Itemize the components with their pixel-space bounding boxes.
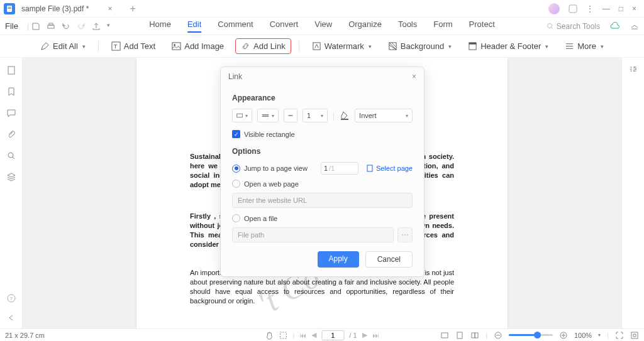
tab-convert[interactable]: Convert — [270, 19, 299, 33]
open-web-radio[interactable] — [232, 180, 240, 188]
svg-point-10 — [174, 44, 176, 46]
svg-rect-3 — [569, 5, 577, 13]
dialog-close-icon[interactable]: × — [412, 72, 416, 81]
next-page-icon[interactable]: ▶ — [362, 331, 367, 339]
jump-page-radio[interactable] — [232, 165, 240, 173]
read-mode-icon[interactable] — [470, 331, 479, 340]
cancel-button[interactable]: Cancel — [365, 251, 413, 268]
zoom-out-icon[interactable] — [494, 331, 502, 340]
layers-icon[interactable] — [6, 172, 16, 182]
svg-rect-28 — [472, 333, 475, 338]
tab-edit[interactable]: Edit — [187, 19, 201, 33]
add-text-button[interactable]: T Add Text — [106, 39, 160, 53]
share-icon[interactable] — [92, 22, 101, 31]
browse-file-button[interactable]: ⋯ — [397, 227, 413, 242]
search-tools[interactable]: Search Tools — [547, 22, 600, 31]
edit-all-button[interactable]: Edit All — [35, 39, 91, 53]
visible-rect-checkbox[interactable]: ✓ — [232, 130, 240, 138]
tab-comment[interactable]: Comment — [218, 19, 253, 33]
edit-all-label: Edit All — [53, 41, 78, 51]
new-tab-button[interactable]: + — [130, 3, 135, 14]
apply-button[interactable]: Apply — [318, 251, 359, 268]
select-page-link[interactable]: Select page — [366, 165, 413, 172]
properties-icon[interactable] — [628, 64, 638, 74]
collapse-left-icon[interactable] — [7, 313, 16, 322]
select-tool-icon[interactable] — [279, 331, 287, 340]
watermark-button[interactable]: Watermark — [307, 39, 377, 53]
svg-rect-2 — [8, 8, 11, 9]
add-link-label: Add Link — [253, 41, 286, 51]
svg-text:?: ? — [9, 296, 13, 301]
bookmarks-icon[interactable] — [6, 87, 16, 97]
close-window-button[interactable]: × — [632, 4, 636, 13]
presentation-icon[interactable] — [630, 331, 639, 340]
tab-title: sample File (3).pdf * — [21, 4, 89, 13]
svg-rect-25 — [280, 332, 286, 338]
file-path-input[interactable]: File path — [232, 227, 394, 242]
prev-page-icon[interactable]: ◀ — [311, 331, 316, 339]
line-pattern-dropdown[interactable] — [284, 109, 297, 122]
tab-close-icon[interactable]: × — [108, 4, 112, 13]
search-rail-icon[interactable] — [6, 151, 16, 161]
zoom-slider[interactable] — [509, 334, 553, 336]
document-tab[interactable]: sample File (3).pdf * × — [15, 0, 118, 17]
tab-view[interactable]: View — [314, 19, 332, 33]
tab-form[interactable]: Form — [433, 19, 452, 33]
background-button[interactable]: Background — [383, 39, 457, 53]
tab-protect[interactable]: Protect — [469, 19, 495, 33]
zoom-in-icon[interactable] — [559, 331, 568, 340]
fit-width-icon[interactable] — [440, 331, 449, 340]
tab-home[interactable]: Home — [149, 19, 171, 33]
last-page-icon[interactable]: ⏭ — [372, 332, 379, 339]
notification-icon[interactable] — [569, 4, 577, 13]
add-image-button[interactable]: Add Image — [167, 39, 229, 53]
fit-page-icon[interactable] — [455, 331, 464, 340]
kebab-menu-icon[interactable]: ⋮ — [586, 4, 594, 13]
open-web-label: Open a web page — [244, 180, 299, 188]
svg-rect-4 — [48, 25, 54, 28]
minimize-button[interactable]: — — [602, 4, 610, 13]
url-input[interactable]: Enter the website URL — [232, 193, 413, 208]
thumbnails-icon[interactable] — [6, 65, 16, 75]
file-menu[interactable]: File — [5, 21, 25, 31]
svg-rect-32 — [631, 332, 638, 338]
tab-tools[interactable]: Tools — [398, 19, 417, 33]
page-dimensions: 21 x 29.7 cm — [5, 332, 45, 339]
link-style-dropdown[interactable]: ▾ — [232, 109, 252, 122]
highlight-mode-dropdown[interactable]: Invert▾ — [355, 109, 413, 122]
comments-icon[interactable] — [6, 108, 16, 118]
undo-icon[interactable] — [62, 22, 70, 31]
page-input[interactable] — [321, 330, 344, 340]
svg-rect-22 — [237, 114, 243, 117]
save-icon[interactable] — [31, 22, 40, 31]
fill-color-icon[interactable] — [340, 111, 350, 121]
header-footer-label: Header & Footer — [480, 41, 541, 51]
svg-rect-14 — [469, 43, 476, 45]
svg-point-19 — [634, 67, 635, 68]
thickness-dropdown[interactable]: 1▾ — [303, 109, 328, 122]
print-icon[interactable] — [47, 22, 55, 31]
first-page-icon[interactable]: ⏮ — [299, 332, 306, 339]
header-footer-button[interactable]: Header & Footer — [463, 39, 553, 53]
redo-icon[interactable] — [77, 22, 86, 31]
more-button[interactable]: More — [560, 39, 609, 53]
attachments-icon[interactable] — [6, 129, 16, 139]
maximize-button[interactable]: □ — [619, 4, 623, 13]
profile-avatar[interactable] — [548, 3, 560, 14]
open-file-radio[interactable] — [232, 214, 240, 222]
svg-rect-5 — [49, 23, 53, 25]
fullscreen-icon[interactable] — [615, 331, 624, 340]
hand-tool-icon[interactable] — [265, 331, 274, 340]
watermark-label: Watermark — [325, 41, 364, 51]
background-label: Background — [401, 41, 444, 51]
svg-point-21 — [633, 70, 635, 72]
more-qat-icon[interactable]: ▾ — [107, 22, 110, 31]
tab-organize[interactable]: Organize — [348, 19, 382, 33]
line-style-dropdown[interactable]: ▾ — [257, 109, 279, 122]
collapse-ribbon-icon[interactable] — [630, 23, 639, 30]
svg-point-16 — [8, 153, 13, 158]
cloud-sync-icon[interactable] — [610, 22, 620, 31]
add-link-button[interactable]: Add Link — [235, 38, 291, 54]
help-icon[interactable]: ? — [6, 293, 16, 303]
page-number-input[interactable]: 1/1 — [321, 162, 358, 175]
